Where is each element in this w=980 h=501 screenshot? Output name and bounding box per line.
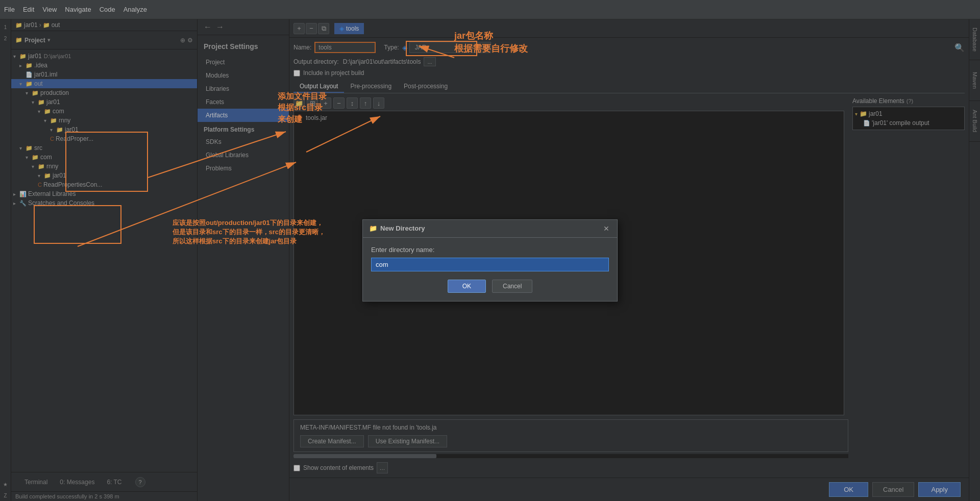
artifact-tree-tools-jar[interactable]: 🏺 tools.jar <box>296 113 842 122</box>
tab-messages[interactable]: 0: Messages <box>55 479 100 486</box>
dialog-close-btn[interactable]: ✕ <box>602 224 611 233</box>
left-icon-1[interactable]: 1 <box>1 22 10 32</box>
available-compile-output[interactable]: 📄 'jar01' compile output <box>855 118 962 128</box>
include-build-checkbox[interactable] <box>293 70 300 77</box>
tree-item-scratches[interactable]: ▸ 🔧 Scratches and Consoles <box>11 198 197 208</box>
search-icon[interactable]: 🔍 <box>954 43 965 53</box>
maven-panel-icon[interactable]: Maven <box>969 60 980 101</box>
toolbar-copy-btn[interactable]: ⧉ <box>318 23 329 34</box>
database-panel-icon[interactable]: Database <box>969 19 980 60</box>
tree-btn-remove[interactable]: − <box>333 97 345 109</box>
tree-item-readprop-prod[interactable]: ▸ C ReadProper... <box>11 134 197 143</box>
show-content-checkbox[interactable] <box>293 465 300 471</box>
tree-item-jar01-inner[interactable]: ▾ 📁 jar01 <box>11 125 197 134</box>
menu-code[interactable]: Code <box>100 6 115 13</box>
project-add-btn[interactable]: ⊕ <box>180 37 185 44</box>
name-input[interactable] <box>314 42 376 53</box>
tree-item-out[interactable]: ▾ 📁 out <box>11 79 197 88</box>
cancel-button[interactable]: Cancel <box>872 482 914 497</box>
tree-item-src[interactable]: ▾ 📁 src <box>11 143 197 153</box>
show-content-ellipsis-btn[interactable]: … <box>377 462 388 473</box>
tree-item-ext-lib[interactable]: ▸ 📊 External Libraries <box>11 189 197 198</box>
tab-preprocessing[interactable]: Pre-processing <box>344 81 398 93</box>
tab-build[interactable]: 6: TC <box>102 479 127 486</box>
tree-item-production[interactable]: ▾ 📁 production <box>11 88 197 97</box>
show-content-row: Show content of elements … <box>293 462 848 473</box>
tree-btn-layout[interactable]: ⊞ <box>307 97 318 109</box>
horizontal-scrollbar[interactable] <box>293 454 848 458</box>
left-icon-fav[interactable]: ★ <box>1 480 10 489</box>
left-icon-2[interactable]: 2 <box>1 34 10 43</box>
tree-item-iml[interactable]: ▸ 📄 jar01.iml <box>11 70 197 79</box>
settings-item-global-libs[interactable]: Global Libraries <box>198 148 289 162</box>
menu-analyze[interactable]: Analyze <box>124 6 147 13</box>
available-elements-panel: Available Elements (?) ▾ 📁 jar01 📄 <box>852 97 965 473</box>
ant-build-panel-icon[interactable]: Ant Build <box>969 101 980 142</box>
settings-item-project[interactable]: Project <box>198 56 289 69</box>
type-select[interactable]: JAR <box>409 42 491 53</box>
help-button[interactable]: ? <box>135 477 145 487</box>
toolbar-minus-btn[interactable]: − <box>306 23 317 34</box>
manifest-buttons: Create Manifest... Use Existing Manifest… <box>300 435 842 447</box>
dialog-ok-btn[interactable]: OK <box>448 280 486 293</box>
toolbar: + − ⧉ ◈ tools <box>289 19 969 38</box>
tree-toolbar: 📁 ⊞ + − ↕ ↑ ↓ <box>293 97 848 109</box>
include-build-label: Include in project build <box>303 69 364 77</box>
menu-navigate[interactable]: Navigate <box>65 6 91 13</box>
tab-terminal[interactable]: Terminal <box>19 479 53 486</box>
toolbar-plus-btn[interactable]: + <box>293 23 305 34</box>
tree-item-com-prod[interactable]: ▾ 📁 com <box>11 107 197 116</box>
nav-back-btn[interactable]: ← <box>202 22 214 32</box>
tab-output-layout[interactable]: Output Layout <box>293 81 344 93</box>
artifact-tab-tools[interactable]: ◈ tools <box>334 23 364 34</box>
available-help-icon[interactable]: (?) <box>906 98 913 104</box>
tree-item-idea[interactable]: ▸ 📁 .idea <box>11 61 197 70</box>
manifest-text: META-INF/MANIFEST.MF file not found in '… <box>300 424 842 431</box>
tree-item-jar01-root[interactable]: ▾ 📁 jar01 D:\jar\jar01 <box>11 52 197 61</box>
available-jar01[interactable]: ▾ 📁 jar01 <box>855 109 962 118</box>
type-label: Type: <box>384 44 399 51</box>
tab-postprocessing[interactable]: Post-processing <box>398 81 454 93</box>
available-header: Available Elements (?) <box>852 97 965 105</box>
new-directory-dialog: 📁 New Directory ✕ Enter directory name: … <box>362 219 618 302</box>
tree-item-rnny-prod[interactable]: ▾ 📁 rnny <box>11 116 197 125</box>
tree-item-rnny-src[interactable]: ▾ 📁 rnny <box>11 162 197 171</box>
settings-item-artifacts[interactable]: Artifacts <box>198 109 289 122</box>
menu-edit[interactable]: Edit <box>23 6 34 13</box>
tree-btn-up[interactable]: ↑ <box>360 97 371 109</box>
tree-item-readprop-src[interactable]: ▸ C ReadPropertiesCon... <box>11 180 197 189</box>
settings-item-sdks[interactable]: SDKs <box>198 135 289 148</box>
use-existing-manifest-btn[interactable]: Use Existing Manifest... <box>368 435 447 447</box>
browse-dir-btn[interactable]: ... <box>424 57 435 66</box>
ok-button[interactable]: OK <box>829 482 868 497</box>
breadcrumb-jar01[interactable]: jar01 <box>24 21 38 29</box>
directory-name-input[interactable] <box>371 258 609 271</box>
settings-item-problems[interactable]: Problems <box>198 162 289 175</box>
menu-view[interactable]: View <box>42 6 57 13</box>
right-panels: Database Maven Ant Build <box>969 19 980 501</box>
tree-item-jar01-src[interactable]: ▾ 📁 jar01 <box>11 171 197 180</box>
nav-forward-btn[interactable]: → <box>214 22 226 32</box>
show-content-label: Show content of elements <box>303 464 374 471</box>
project-settings-btn[interactable]: ⚙ <box>187 37 193 44</box>
output-dir-label: Output directory: <box>293 58 339 65</box>
apply-button[interactable]: Apply <box>918 482 961 497</box>
tree-item-com-src[interactable]: ▾ 📁 com <box>11 153 197 162</box>
settings-item-modules[interactable]: Modules <box>198 69 289 82</box>
tree-item-jar01-prod[interactable]: ▾ 📁 jar01 <box>11 97 197 107</box>
menu-file[interactable]: File <box>4 6 15 13</box>
tree-btn-sort[interactable]: ↕ <box>347 97 358 109</box>
left-icon-struct[interactable]: Z <box>1 491 10 500</box>
output-dir-value: D:\jar\jar01\out\artifacts\tools <box>343 58 421 65</box>
create-manifest-btn[interactable]: Create Manifest... <box>300 435 364 447</box>
action-buttons: OK Cancel Apply <box>289 478 969 501</box>
artifacts-header: Name: Type: ◈ JAR 🔍 <box>293 42 965 53</box>
tree-btn-folder[interactable]: 📁 <box>293 97 305 109</box>
project-header: 📁 Project ▾ ⊕ ⚙ <box>11 31 197 49</box>
tree-btn-add[interactable]: + <box>320 97 331 109</box>
settings-item-libraries[interactable]: Libraries <box>198 82 289 95</box>
tree-btn-down[interactable]: ↓ <box>373 97 384 109</box>
dialog-cancel-btn[interactable]: Cancel <box>492 280 532 293</box>
settings-item-facets[interactable]: Facets <box>198 95 289 109</box>
breadcrumb-out[interactable]: out <box>52 21 60 29</box>
